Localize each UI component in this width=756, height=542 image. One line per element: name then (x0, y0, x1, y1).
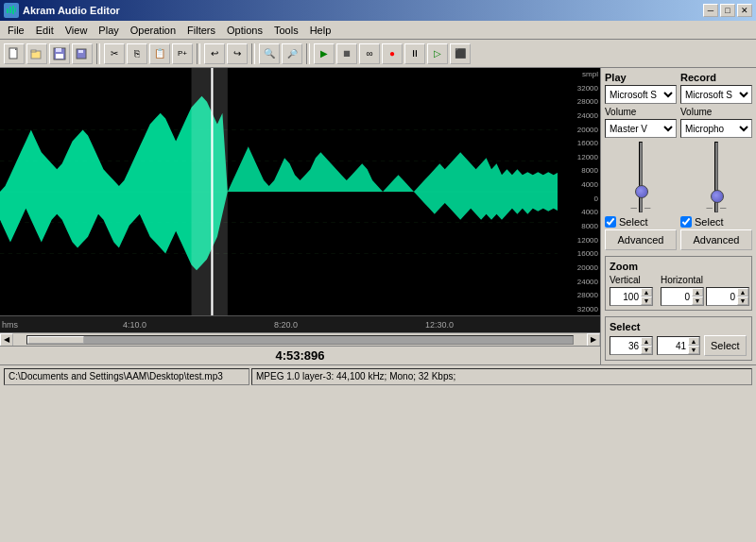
paste-new-button[interactable]: P+ (172, 43, 193, 64)
minimize-button[interactable]: ─ (703, 4, 718, 17)
scroll-right-button[interactable]: ▶ (587, 333, 600, 347)
loop-button[interactable]: ∞ (359, 43, 380, 64)
zoom-h2-up[interactable]: ▲ (737, 288, 748, 296)
play-advanced-button[interactable]: Advanced (605, 229, 677, 250)
zoom-horizontal-label: Horizontal (661, 275, 703, 285)
open-button[interactable] (26, 43, 47, 64)
scroll-thumb[interactable] (27, 336, 84, 344)
menu-play[interactable]: Play (93, 23, 124, 38)
stop-all-button[interactable]: ⬛ (450, 43, 471, 64)
zoom-vertical-up[interactable]: ▲ (641, 288, 652, 296)
pause-button[interactable]: ⏸ (404, 43, 425, 64)
menu-filters[interactable]: Filters (181, 23, 221, 38)
record-slider-row: ─ ─ (707, 142, 727, 212)
play-slider-row: ─ ─ (631, 142, 651, 212)
waveform-container: smpl 32000 28000 24000 20000 16000 12000… (0, 68, 600, 364)
select-spin1-down[interactable]: ▼ (641, 346, 652, 354)
svg-rect-2 (12, 6, 14, 14)
zoom-horizontal-input1[interactable] (662, 291, 692, 303)
scale-smpl: smpl (559, 70, 598, 78)
zoom-h1-up[interactable]: ▲ (692, 288, 703, 296)
svg-rect-7 (31, 50, 36, 52)
toolbar-sep-1 (96, 43, 100, 64)
play-section: Play Microsoft S Volume Master V ─ ─ (605, 72, 677, 250)
scale-20000: 20000 (559, 126, 598, 134)
scroll-left-button[interactable]: ◀ (0, 333, 13, 347)
scroll-track[interactable] (26, 335, 574, 345)
select-spin1[interactable]: ▲ ▼ (610, 336, 653, 355)
zoom-h1-down[interactable]: ▼ (692, 296, 703, 305)
play-slider-thumb[interactable] (635, 185, 648, 198)
undo-button[interactable]: ↩ (204, 43, 225, 64)
zoom-h2-down[interactable]: ▼ (737, 296, 748, 305)
record-advanced-button[interactable]: Advanced (680, 229, 752, 250)
record-button[interactable]: ● (382, 43, 403, 64)
waveform-display[interactable]: smpl 32000 28000 24000 20000 16000 12000… (0, 68, 600, 315)
paste-button[interactable]: 📋 (149, 43, 170, 64)
save-button[interactable] (49, 43, 70, 64)
copy-button[interactable]: ⎘ (127, 43, 147, 64)
zoom-section: Zoom Vertical ▲ ▼ Horizontal (605, 256, 752, 311)
zoom-out-button[interactable]: 🔎 (282, 43, 302, 64)
title-buttons: ─ □ ✕ (703, 4, 752, 17)
close-button[interactable]: ✕ (737, 4, 752, 17)
record-device-select[interactable]: Microsoft S (680, 85, 752, 104)
menu-edit[interactable]: Edit (30, 23, 60, 38)
scale-16000b: 16000 (559, 249, 598, 258)
zoom-horizontal-input2[interactable] (707, 291, 737, 303)
play-select-checkbox[interactable] (605, 216, 616, 228)
record-slider-min-icon: ─ (707, 203, 713, 212)
waveform-svg (0, 68, 600, 315)
horizontal-scrollbar[interactable]: ◀ ▶ (0, 332, 600, 346)
menu-tools[interactable]: Tools (268, 23, 304, 38)
zoom-vertical-input[interactable] (610, 291, 641, 303)
redo-button[interactable]: ↪ (227, 43, 248, 64)
play-record-section: Play Microsoft S Volume Master V ─ ─ (605, 72, 752, 250)
select-spin2[interactable]: ▲ ▼ (657, 336, 700, 355)
menu-bar: File Edit View Play Operation Filters Op… (0, 21, 756, 40)
select-title: Select (610, 321, 747, 332)
zoom-vertical-group: Vertical ▲ ▼ (610, 275, 653, 306)
menu-view[interactable]: View (60, 23, 94, 38)
record-volume-select[interactable]: Micropho (680, 119, 752, 138)
select-spin2-down[interactable]: ▼ (688, 346, 699, 354)
play-volume-select[interactable]: Master V (605, 119, 677, 138)
play-button[interactable]: ▶ (314, 43, 335, 64)
record-slider-max-icon: ─ (720, 203, 726, 212)
play-forward-button[interactable]: ▷ (427, 43, 448, 64)
scale-28000b: 28000 (559, 291, 598, 299)
menu-file[interactable]: File (2, 23, 30, 38)
play-slider-track[interactable] (639, 142, 643, 212)
new-button[interactable] (4, 43, 25, 64)
maximize-button[interactable]: □ (720, 4, 735, 17)
zoom-in-button[interactable]: 🔍 (259, 43, 280, 64)
play-device-select[interactable]: Microsoft S (605, 85, 677, 104)
cut-button[interactable]: ✂ (104, 43, 125, 64)
record-label: Record (680, 72, 752, 83)
right-panel: Play Microsoft S Volume Master V ─ ─ (600, 68, 756, 364)
stop-button[interactable]: ⏹ (336, 43, 357, 64)
zoom-vertical-spin[interactable]: ▲ ▼ (610, 287, 653, 306)
select-input2[interactable] (658, 340, 688, 352)
time-hms: hms (2, 320, 18, 330)
select-spin2-up[interactable]: ▲ (688, 337, 699, 346)
menu-options[interactable]: Options (221, 23, 268, 38)
svg-rect-1 (9, 7, 11, 13)
record-select-checkbox[interactable] (680, 216, 692, 228)
save-all-button[interactable] (72, 43, 93, 64)
title-bar-left: Akram Audio Editor (4, 3, 120, 18)
zoom-vertical-down[interactable]: ▼ (641, 296, 652, 305)
zoom-horizontal-spin2[interactable]: ▲ ▼ (706, 287, 749, 306)
select-input1[interactable] (610, 340, 641, 352)
select-button[interactable]: Select (704, 335, 747, 356)
record-slider-thumb[interactable] (711, 190, 724, 203)
record-slider-track[interactable] (714, 142, 718, 212)
scale-24000b: 24000 (559, 278, 598, 286)
zoom-horizontal-spin1[interactable]: ▲ ▼ (661, 287, 704, 306)
menu-help[interactable]: Help (304, 23, 337, 38)
svg-rect-0 (7, 8, 9, 13)
zoom-controls-row: Vertical ▲ ▼ Horizontal (610, 275, 747, 306)
record-section: Record Microsoft S Volume Micropho ─ ─ (680, 72, 752, 250)
menu-operation[interactable]: Operation (125, 23, 181, 38)
select-spin1-up[interactable]: ▲ (641, 337, 652, 346)
